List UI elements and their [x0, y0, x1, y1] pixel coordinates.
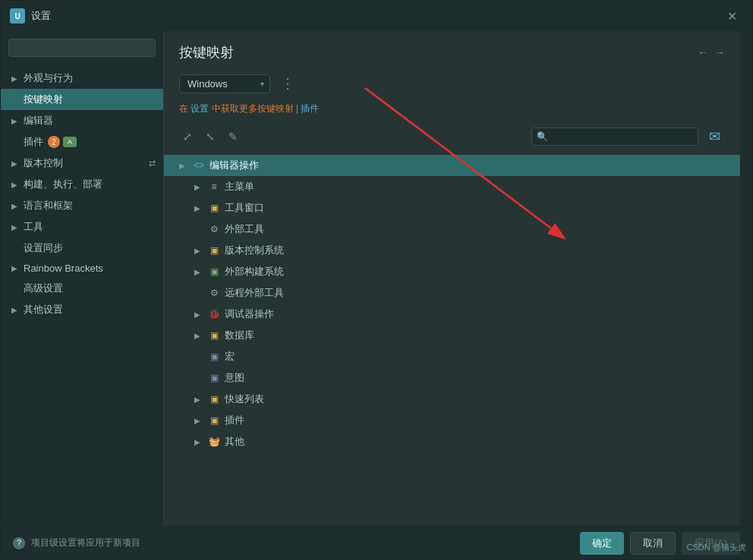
expand-arrow-tools: ▶ [11, 223, 20, 231]
right-strip [740, 31, 752, 526]
search-toolbar: ⤢ ⤡ ✎ 🔍 ✉ [164, 121, 740, 152]
tree-item-remote-tools[interactable]: ▶ ⚙ 远程外部工具 [164, 282, 740, 304]
tree-item-tool-windows[interactable]: ▶ ▣ 工具窗口 [164, 197, 740, 219]
collapse-all-button[interactable]: ⤡ [202, 128, 219, 145]
sidebar-item-lang[interactable]: ▶ 语言和框架 [1, 195, 163, 216]
sidebar-item-appearance[interactable]: ▶ 外观与行为 [1, 68, 163, 89]
tree-label-main-menu: 主菜单 [225, 180, 254, 193]
sidebar-item-vcs[interactable]: ▶ 版本控制 ⇄ [1, 153, 163, 174]
tree-expand-debugger: ▶ [194, 310, 205, 319]
tree-label-plugins-tree: 插件 [225, 414, 244, 427]
search-icon: 🔍 [537, 131, 548, 142]
sidebar-search-input[interactable] [8, 39, 156, 57]
tree-icon-folder-macros: ▣ [208, 351, 220, 363]
bottom-info-text: 项目级设置将应用于新项目 [31, 536, 140, 549]
tree-icon-folder-plugins: ▣ [208, 414, 220, 426]
content-panel: 按键映射 ← → Windows Mac OS X Linux ▾ ⋮ [164, 31, 740, 526]
sidebar-search-area [1, 31, 163, 64]
tree-label-external-tools: 外部工具 [225, 222, 264, 236]
tree-icon-list: ≡ [208, 181, 220, 193]
tree-label-editor-actions: 编辑器操作 [210, 159, 259, 172]
info-text-bar: 在 设置 中获取更多按键映射 | 插件 [164, 99, 740, 121]
window-title: 设置 [31, 9, 51, 23]
settings-link[interactable]: 设置 [191, 103, 209, 114]
sidebar-label-appearance: 外观与行为 [24, 71, 73, 85]
keymap-dropdown[interactable]: Windows Mac OS X Linux [179, 74, 270, 93]
app-icon: U [10, 8, 25, 24]
expand-all-button[interactable]: ⤢ [179, 128, 196, 145]
main-area: ▶ 外观与行为 ▶ 按键映射 ▶ 编辑器 ▶ 插件 2 A [1, 31, 752, 526]
tree-item-editor-actions[interactable]: ▶ <> 编辑器操作 [164, 155, 740, 176]
sidebar-item-tools[interactable]: ▶ 工具 [1, 216, 163, 238]
more-options-button[interactable]: ⋮ [276, 74, 299, 93]
sidebar-item-other-settings[interactable]: ▶ 其他设置 [1, 299, 163, 320]
sidebar-label-keymap: 按键映射 [24, 93, 63, 106]
tree-item-other-tree[interactable]: ▶ 🧺 其他 [164, 431, 740, 452]
expand-arrow-appearance: ▶ [11, 74, 20, 83]
tree-expand-ext-build: ▶ [194, 268, 205, 276]
sidebar-label-editor: 编辑器 [24, 114, 53, 127]
sidebar-item-keymap[interactable]: ▶ 按键映射 [1, 89, 163, 110]
nav-forward-arrow[interactable]: → [714, 46, 725, 58]
keymap-toolbar: Windows Mac OS X Linux ▾ ⋮ [164, 68, 740, 99]
edit-shortcut-button[interactable]: ✎ [225, 128, 241, 145]
sidebar-item-advanced[interactable]: ▶ 高级设置 [1, 278, 163, 299]
sidebar-label-build: 构建、执行、部署 [24, 178, 102, 191]
help-icon[interactable]: ? [13, 537, 25, 549]
tree-item-macros[interactable]: ▶ ▣ 宏 [164, 346, 740, 367]
tree-icon-wrench-remote: ⚙ [208, 287, 220, 299]
tree-icon-basket: 🧺 [208, 436, 220, 448]
vcs-sync-icon: ⇄ [149, 159, 156, 168]
tree-expand-plugins-tree: ▶ [194, 417, 205, 425]
tree-item-ext-build[interactable]: ▶ ▣ 外部构建系统 [164, 261, 740, 282]
settings-window: U 设置 ✕ ▶ 外观与行为 ▶ 按键映射 ▶ 编辑器 [0, 0, 753, 560]
tree-item-database[interactable]: ▶ ▣ 数据库 [164, 325, 740, 346]
keymap-tree: ▶ <> 编辑器操作 ▶ ≡ 主菜单 ▶ ▣ 工具窗口 ▶ ⚙ 外 [164, 152, 740, 526]
tree-item-vcs-ops[interactable]: ▶ ▣ 版本控制系统 [164, 240, 740, 261]
watermark: CSDN @猫头虎 [687, 542, 746, 553]
search-input-wrapper: 🔍 [531, 127, 698, 146]
tree-label-macros: 宏 [225, 350, 235, 363]
sidebar: ▶ 外观与行为 ▶ 按键映射 ▶ 编辑器 ▶ 插件 2 A [1, 31, 164, 526]
tree-label-other-tree: 其他 [225, 435, 244, 448]
tree-item-plugins-tree[interactable]: ▶ ▣ 插件 [164, 410, 740, 431]
tree-expand-vcs-ops: ▶ [194, 247, 205, 255]
sidebar-item-plugins[interactable]: ▶ 插件 2 A [1, 131, 163, 153]
tree-label-tool-windows: 工具窗口 [225, 201, 264, 215]
tree-item-debugger[interactable]: ▶ 🐞 调试器操作 [164, 304, 740, 325]
tree-icon-debug: 🐞 [208, 308, 220, 320]
tree-expand-other-tree: ▶ [194, 438, 205, 446]
message-icon-button[interactable]: ✉ [704, 126, 725, 147]
tree-expand-editor: ▶ [179, 162, 190, 170]
sidebar-item-rainbow-brackets[interactable]: ▶ Rainbow Brackets [1, 259, 163, 278]
close-button[interactable]: ✕ [721, 6, 743, 27]
tree-label-remote-tools: 远程外部工具 [225, 286, 284, 300]
sidebar-label-lang: 语言和框架 [24, 199, 73, 212]
title-bar: U 设置 ✕ [1, 1, 752, 31]
sidebar-item-build[interactable]: ▶ 构建、执行、部署 [1, 174, 163, 195]
keymap-dropdown-wrapper: Windows Mac OS X Linux ▾ [179, 74, 270, 93]
nav-back-arrow[interactable]: ← [698, 46, 708, 58]
shortcut-search-input[interactable] [531, 127, 698, 146]
expand-arrow-editor: ▶ [11, 117, 20, 125]
bottom-bar: ? 项目级设置将应用于新项目 确定 取消 应用(A) [1, 526, 752, 559]
tree-label-debugger: 调试器操作 [225, 307, 274, 321]
cancel-button[interactable]: 取消 [630, 532, 676, 555]
tree-item-intentions[interactable]: ▶ ▣ 意图 [164, 367, 740, 389]
tree-icon-code: <> [193, 159, 205, 171]
bottom-info: ? 项目级设置将应用于新项目 [13, 536, 140, 549]
sidebar-item-settings-sync[interactable]: ▶ 设置同步 [1, 238, 163, 259]
tree-item-external-tools[interactable]: ▶ ⚙ 外部工具 [164, 219, 740, 240]
expand-arrow-other-settings: ▶ [11, 306, 20, 314]
tree-icon-folder-db: ▣ [208, 329, 220, 341]
tree-icon-folder-intentions: ▣ [208, 372, 220, 384]
confirm-button[interactable]: 确定 [580, 532, 624, 555]
tree-item-main-menu[interactable]: ▶ ≡ 主菜单 [164, 176, 740, 197]
tree-expand-quick-list: ▶ [194, 395, 205, 404]
tree-icon-folder-build: ▣ [208, 266, 220, 278]
sidebar-item-editor[interactable]: ▶ 编辑器 [1, 110, 163, 131]
tree-item-quick-list[interactable]: ▶ ▣ 快速列表 [164, 389, 740, 410]
tree-icon-folder-tool: ▣ [208, 202, 220, 214]
plugins-link[interactable]: 插件 [301, 103, 319, 114]
plugins-badge: 2 [48, 136, 60, 148]
